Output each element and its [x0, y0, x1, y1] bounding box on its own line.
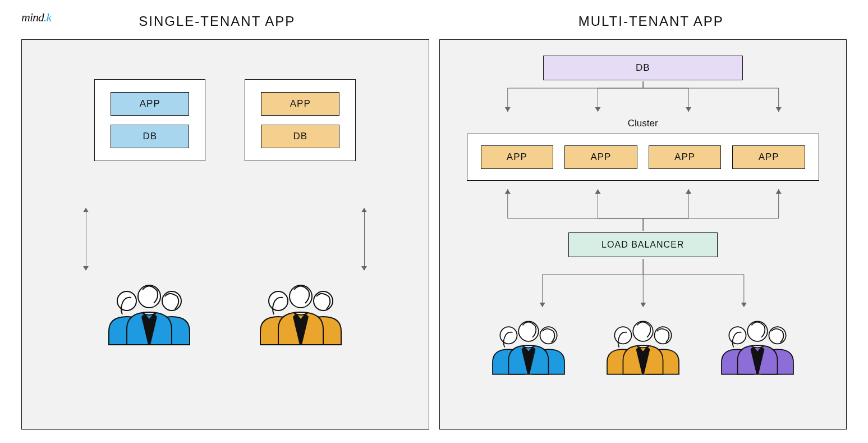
- tenant-stack-1: APP DB: [94, 79, 205, 161]
- title-multi-tenant: MULTI-TENANT APP: [434, 13, 869, 29]
- single-tenant-people: [22, 278, 429, 346]
- tenant-group-icon-purple: [713, 315, 802, 376]
- load-balancer-box: LOAD BALANCER: [568, 232, 718, 257]
- tenant-group-icon-amber: [250, 278, 351, 346]
- title-single-tenant: SINGLE-TENANT APP: [0, 13, 434, 29]
- multi-tenant-people: [440, 315, 847, 376]
- shared-db: DB: [543, 56, 743, 80]
- single-tenant-stacks: APP DB APP DB: [22, 79, 429, 161]
- db-to-cluster-arrows: [467, 81, 820, 116]
- lb-to-tenants-arrows: [467, 259, 820, 312]
- app-box: APP: [111, 92, 189, 116]
- panels: APP DB APP DB DB: [21, 39, 847, 430]
- db-box: DB: [543, 56, 743, 80]
- tenant-stack-2: APP DB: [245, 79, 356, 161]
- bidirectional-arrow-icon: [364, 208, 365, 270]
- db-box: DB: [111, 125, 189, 148]
- app-box: APP: [732, 145, 805, 169]
- tenant-group-icon-blue: [484, 315, 573, 376]
- single-tenant-panel: APP DB APP DB: [21, 39, 429, 430]
- app-box: APP: [481, 145, 554, 169]
- load-balancer: LOAD BALANCER: [568, 232, 718, 257]
- multi-tenant-panel: DB Cluster APP APP: [439, 39, 847, 430]
- app-box: APP: [564, 145, 637, 169]
- titles-row: SINGLE-TENANT APP MULTI-TENANT APP: [0, 13, 868, 29]
- app-box: APP: [649, 145, 722, 169]
- app-box: APP: [261, 92, 339, 116]
- bidirectional-arrow-icon: [86, 208, 86, 270]
- tenant-group-icon-amber: [598, 315, 688, 376]
- lb-to-cluster-arrows: [467, 185, 820, 231]
- db-box: DB: [261, 125, 339, 148]
- single-tenant-arrows: [22, 208, 429, 270]
- cluster-box: APP APP APP APP: [467, 134, 820, 181]
- cluster-label: Cluster: [440, 118, 847, 129]
- tenant-group-icon-blue: [99, 278, 200, 346]
